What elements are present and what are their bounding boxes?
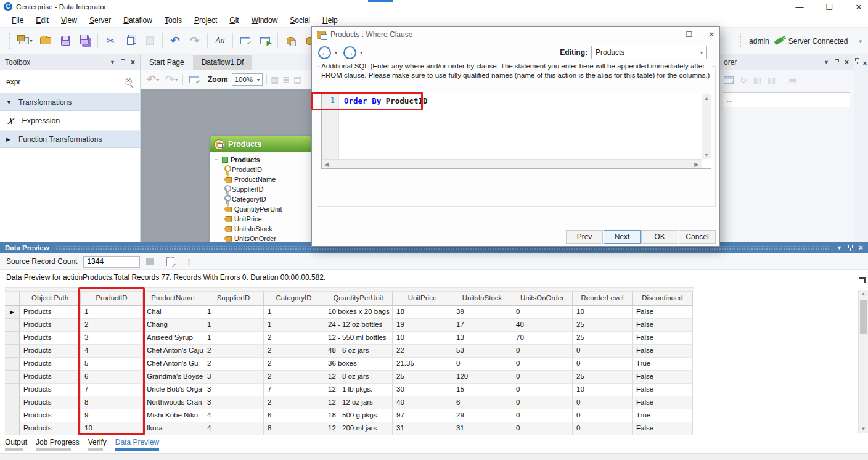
- panel-close-icon[interactable]: ×: [845, 58, 849, 67]
- cell[interactable]: 12 - 200 ml jars: [324, 422, 393, 435]
- cell[interactable]: 0: [573, 345, 633, 358]
- cell[interactable]: 0: [512, 345, 573, 358]
- df-undo-icon[interactable]: ↶▾: [145, 72, 160, 87]
- column-header-unitsinstock[interactable]: UnitsInStock: [452, 291, 512, 306]
- cell[interactable]: Uncle Bob's Orga: [143, 384, 203, 396]
- menu-dataflow[interactable]: Dataflow: [118, 14, 158, 27]
- cell[interactable]: 97: [393, 409, 452, 422]
- cell[interactable]: 48 - 6 oz jars: [324, 345, 393, 358]
- cell[interactable]: 31: [393, 422, 452, 435]
- cell[interactable]: 3: [203, 371, 264, 384]
- cell[interactable]: False: [633, 345, 693, 358]
- dialog-title-bar[interactable]: Products : Where Clause — ☐ ✕: [312, 27, 719, 43]
- toolbox-section-function-transformations[interactable]: ▶ Function Transformations: [0, 131, 140, 148]
- cell[interactable]: 25: [573, 371, 633, 384]
- cell[interactable]: 0: [573, 422, 633, 435]
- cell[interactable]: 10: [573, 306, 633, 319]
- cell[interactable]: 0: [512, 409, 573, 422]
- prev-button[interactable]: Prev: [566, 230, 603, 244]
- toolbox-close-icon[interactable]: ×: [131, 58, 135, 67]
- cell[interactable]: 40: [512, 319, 573, 332]
- cell[interactable]: Products: [20, 409, 81, 422]
- column-header-reorderlevel[interactable]: ReorderLevel: [573, 291, 633, 306]
- cell[interactable]: 120: [452, 371, 512, 384]
- bottom-tab-verify[interactable]: Verify: [88, 438, 107, 451]
- cell[interactable]: 10 boxes x 20 bags: [324, 306, 393, 319]
- layout-icon[interactable]: ▤: [788, 75, 796, 85]
- menu-help[interactable]: Help: [317, 14, 343, 27]
- cell[interactable]: 36 boxes: [324, 358, 393, 371]
- cell[interactable]: 0: [452, 358, 512, 371]
- cell[interactable]: 40: [393, 396, 452, 409]
- df-grid-icon[interactable]: ▤: [293, 75, 301, 84]
- cell[interactable]: 4: [203, 409, 264, 422]
- strip-close-icon[interactable]: ×: [862, 59, 867, 68]
- next-button[interactable]: Next: [604, 230, 641, 244]
- df-fit-icon[interactable]: ▦: [271, 75, 279, 84]
- dialog-close-button[interactable]: ✕: [708, 30, 714, 39]
- row-selector[interactable]: [5, 396, 20, 409]
- row-selector[interactable]: [5, 319, 20, 332]
- cell[interactable]: 7: [264, 384, 324, 396]
- cell[interactable]: 53: [452, 345, 512, 358]
- cell[interactable]: False: [633, 332, 693, 345]
- node-field-unitsinstock[interactable]: UnitsInStock: [213, 224, 309, 234]
- menu-git[interactable]: Git: [224, 14, 244, 27]
- cell[interactable]: 0: [512, 371, 573, 384]
- cell[interactable]: 2: [264, 358, 324, 371]
- cell[interactable]: 18: [393, 306, 452, 319]
- products-node[interactable]: Products −ProductsProductIDProductNameSu…: [210, 136, 312, 242]
- df-redo-icon[interactable]: ↷▾: [164, 72, 179, 87]
- close-button[interactable]: ✕: [854, 2, 863, 12]
- menu-server[interactable]: Server: [84, 14, 117, 27]
- cell[interactable]: 2: [264, 332, 324, 345]
- cell[interactable]: 8: [264, 422, 324, 435]
- cell[interactable]: False: [633, 306, 693, 319]
- dialog-maximize-button[interactable]: ☐: [686, 30, 692, 39]
- dp-pin-icon[interactable]: [848, 245, 853, 248]
- row-selector[interactable]: ▶: [5, 306, 20, 319]
- cell[interactable]: Chef Anton's Gu: [143, 358, 203, 371]
- node-field-quantityperunit[interactable]: QuantityPerUnit: [213, 204, 309, 214]
- cell[interactable]: 2: [264, 396, 324, 409]
- cell[interactable]: 1: [203, 319, 264, 332]
- node-field-productid[interactable]: ProductID: [213, 165, 309, 175]
- dp-close-icon[interactable]: ×: [859, 244, 863, 252]
- cell[interactable]: 18 - 500 g pkgs.: [324, 409, 393, 422]
- font-icon[interactable]: Aa: [213, 33, 227, 48]
- cell[interactable]: False: [633, 384, 693, 396]
- cell[interactable]: 29: [452, 409, 512, 422]
- strip-pin-icon[interactable]: [855, 58, 859, 61]
- cell[interactable]: Chang: [143, 319, 203, 332]
- cell[interactable]: Products: [20, 396, 81, 409]
- row-selector[interactable]: [5, 332, 20, 345]
- cell[interactable]: Products: [20, 345, 81, 358]
- dp-menu-icon[interactable]: ▼: [837, 245, 842, 251]
- bottom-tab-data-preview[interactable]: Data Preview: [115, 438, 159, 451]
- cell[interactable]: 3: [203, 396, 264, 409]
- cell[interactable]: 70: [512, 332, 573, 345]
- panel-menu-icon[interactable]: ▼: [824, 59, 829, 65]
- cell[interactable]: 10: [573, 384, 633, 396]
- cell[interactable]: 12 - 8 oz jars: [324, 371, 393, 384]
- cancel-button[interactable]: Cancel: [679, 230, 716, 244]
- column-header-quantityperunit[interactable]: QuantityPerUnit: [324, 291, 393, 306]
- forward-dropdown-icon[interactable]: ▾: [360, 50, 362, 55]
- save-icon[interactable]: [58, 33, 73, 48]
- cell[interactable]: 2: [264, 345, 324, 358]
- cell[interactable]: 17: [452, 319, 512, 332]
- stop-icon[interactable]: [146, 258, 154, 265]
- cell[interactable]: Ikura: [143, 422, 203, 435]
- toolbox-pin-icon[interactable]: [121, 59, 125, 62]
- bottom-tab-job-progress[interactable]: Job Progress: [36, 438, 80, 451]
- cell[interactable]: 24 - 12 oz bottles: [324, 319, 393, 332]
- column-header-supplierid[interactable]: SupplierID: [203, 291, 264, 306]
- cell[interactable]: True: [633, 358, 693, 371]
- split-right-icon[interactable]: ▥: [768, 75, 776, 85]
- cell[interactable]: 0: [573, 409, 633, 422]
- grid-vscrollbar[interactable]: ▲▼: [858, 290, 868, 433]
- cell[interactable]: 12 - 12 oz jars: [324, 396, 393, 409]
- toolbox-section-transformations[interactable]: ▼ Transformations: [0, 94, 140, 111]
- cell[interactable]: 0: [512, 384, 573, 396]
- row-selector[interactable]: [5, 371, 20, 384]
